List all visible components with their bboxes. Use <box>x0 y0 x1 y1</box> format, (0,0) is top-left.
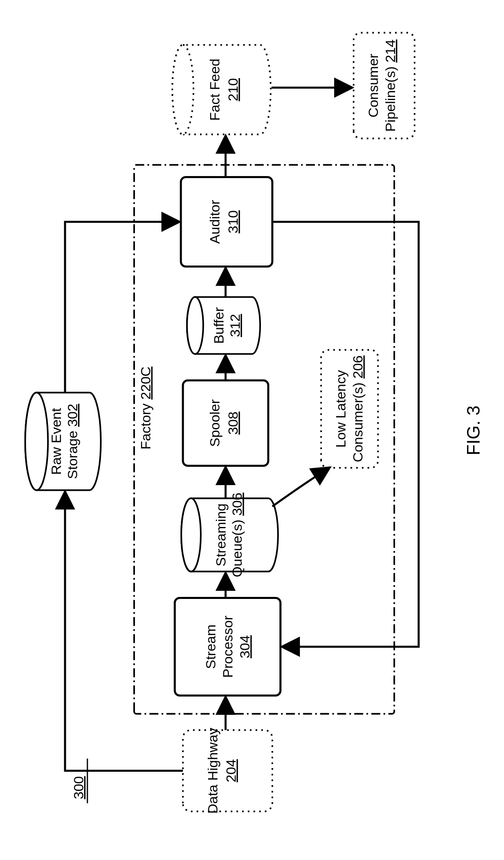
factory-label: Factory 220C <box>138 366 153 449</box>
svg-point-2 <box>25 392 48 490</box>
svg-point-13 <box>181 498 201 571</box>
svg-text:Storage
       
      302: Storage 302 <box>65 403 80 479</box>
arrow-queues-to-lowlatency <box>272 468 329 506</box>
svg-text:Streaming: Streaming <box>213 503 228 566</box>
streaming-queues: Streaming Queue(s) 306 <box>181 492 278 577</box>
svg-text:Processor: Processor <box>220 615 235 677</box>
svg-text:312: 312 <box>227 314 243 337</box>
auditor: Auditor 310 <box>181 177 272 266</box>
svg-text:Fact Feed: Fact Feed <box>207 58 222 120</box>
data-highway: Data Highway 204 <box>183 727 272 814</box>
figure-caption: FIG. 3 <box>463 405 483 455</box>
spooler: Spooler 308 <box>183 380 268 466</box>
arrow-datahw-to-rawstorage <box>65 492 183 771</box>
svg-point-20 <box>187 297 203 354</box>
buffer: Buffer 312 <box>187 297 260 354</box>
svg-text:310: 310 <box>225 210 241 233</box>
arrow-rawstorage-to-auditor <box>65 222 179 392</box>
svg-text:Data Highway: Data Highway <box>205 727 220 814</box>
diagram: 300 Raw Event Storage 302 Factory 220C D… <box>0 0 504 860</box>
svg-text:Consumer(s)
       
      206: Consumer(s) 206 <box>350 355 365 462</box>
svg-text:204: 204 <box>223 759 239 782</box>
svg-text:Stream: Stream <box>203 624 218 669</box>
svg-text:Consumer: Consumer <box>365 54 381 118</box>
overall-ref: 300 <box>71 776 86 799</box>
svg-text:Low Latency: Low Latency <box>333 370 348 448</box>
fact-feed: Fact Feed 210 <box>172 45 271 134</box>
svg-text:Spooler: Spooler <box>207 399 222 446</box>
stream-processor: Stream Processor 304 <box>175 598 280 695</box>
svg-text:Auditor: Auditor <box>207 200 222 244</box>
svg-text:Queue(s)
       
      306: Queue(s) 306 <box>229 492 245 577</box>
svg-text:304: 304 <box>237 635 252 658</box>
consumer-pipelines: Consumer Pipeline(s) 214 <box>354 33 415 138</box>
svg-text:210: 210 <box>225 78 241 101</box>
low-latency-consumers: Low Latency Consumer(s) 206 <box>321 350 378 468</box>
svg-rect-26 <box>321 350 378 468</box>
svg-text:308: 308 <box>225 411 241 435</box>
svg-point-30 <box>172 45 193 134</box>
raw-event-storage: Raw Event Storage 302 <box>25 392 101 490</box>
svg-text:Buffer: Buffer <box>211 307 226 344</box>
svg-text:Pipeline(s)
       
      214: Pipeline(s) 214 <box>382 39 398 132</box>
svg-text:Raw Event: Raw Event <box>48 407 64 475</box>
